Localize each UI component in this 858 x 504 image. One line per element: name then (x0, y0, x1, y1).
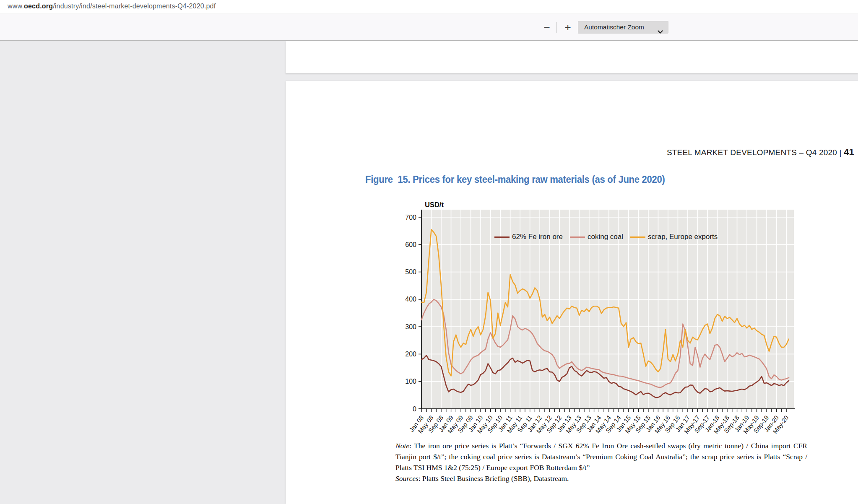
iron-ore-line-swatch (494, 236, 510, 238)
y-tick-label: 0 (413, 405, 416, 413)
y-tick-label: 200 (405, 351, 416, 358)
y-tick-label: 700 (405, 214, 416, 221)
zoom-level-value: Automatischer Zoom (584, 23, 644, 31)
note-body: : The iron ore price series is Platt’s “… (395, 442, 807, 472)
sources-body: : Platts Steel Business Briefing (SBB), … (419, 474, 569, 483)
y-axis-unit-label: USD/t (425, 201, 444, 208)
legend-label-scrap: scrap, Europe exports (648, 233, 718, 241)
y-tick-label: 100 (405, 378, 416, 385)
pdf-toolbar: − + Automatischer Zoom (0, 14, 858, 41)
y-tick-label: 600 (405, 241, 416, 248)
legend-item-coking-coal: coking coal (570, 233, 623, 241)
url-bar[interactable]: www.oecd.org/industry/ind/steel-market-d… (0, 0, 858, 13)
legend-item-scrap: scrap, Europe exports (630, 233, 718, 241)
note-label: Note (395, 442, 409, 450)
url-path: /industry/ind/steel-market-developments-… (53, 3, 216, 10)
pdf-page-previous-bottom (286, 41, 858, 73)
zoom-level-dropdown[interactable]: Automatischer Zoom (578, 21, 668, 34)
chart-legend: 62% Fe iron ore coking coal scrap, Europ… (494, 233, 725, 241)
scrap-line-swatch (630, 236, 645, 238)
y-tick-label: 500 (405, 268, 416, 275)
zoom-out-button[interactable]: − (539, 20, 554, 35)
url-text[interactable]: www.oecd.org/industry/ind/steel-market-d… (8, 3, 216, 10)
url-www: www. (8, 3, 24, 10)
sources-label: Sources (395, 474, 419, 483)
url-domain: oecd.org (24, 3, 53, 10)
coking-coal-line-swatch (570, 236, 585, 238)
legend-label-coking-coal: coking coal (588, 233, 623, 241)
toolbar-separator (556, 22, 557, 33)
pdf-viewer-background: STEEL MARKET DEVELOPMENTS – Q4 2020 | 41… (0, 41, 858, 504)
figure-note: Note: The iron ore price series is Platt… (395, 440, 807, 484)
legend-label-iron-ore: 62% Fe iron ore (512, 233, 563, 241)
plus-icon: + (564, 21, 571, 34)
y-tick-label: 400 (405, 296, 416, 303)
chevron-down-icon (658, 26, 663, 38)
y-tick-label: 300 (405, 323, 416, 330)
pdf-page: STEEL MARKET DEVELOPMENTS – Q4 2020 | 41… (286, 81, 858, 504)
legend-item-iron-ore: 62% Fe iron ore (494, 233, 563, 241)
minus-icon: − (543, 21, 550, 34)
zoom-in-button[interactable]: + (560, 20, 575, 35)
